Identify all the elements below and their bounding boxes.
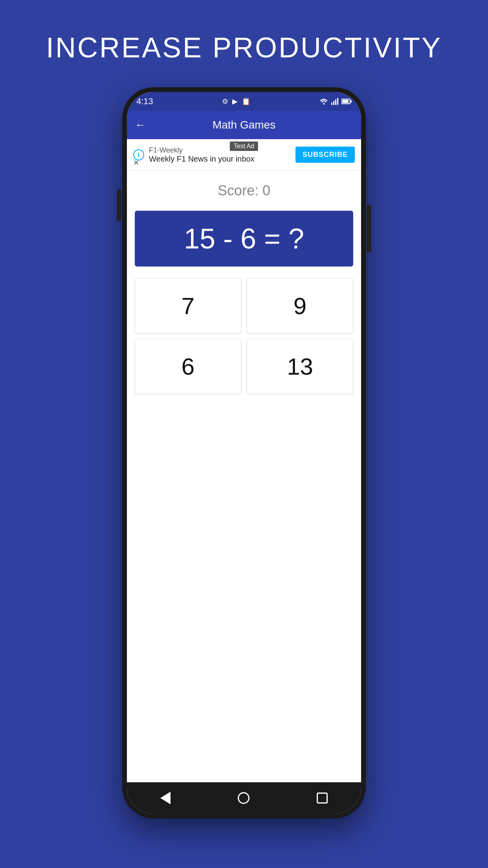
math-question: 15 - 6 = ? <box>143 223 345 255</box>
back-button[interactable]: ← <box>135 119 146 131</box>
ad-test-label: Test Ad <box>230 142 258 151</box>
play-icon: ▶ <box>232 97 238 106</box>
ad-subscribe-button[interactable]: SUBSCRIBE <box>295 147 355 163</box>
nav-recents-button[interactable] <box>317 793 328 804</box>
back-nav-icon <box>160 792 171 804</box>
score-display: Score: 0 <box>218 182 270 199</box>
battery-icon <box>341 99 352 104</box>
status-time: 4:13 <box>136 96 153 107</box>
nav-home-button[interactable] <box>238 792 250 804</box>
answer-button-3[interactable]: 6 <box>135 339 241 394</box>
clipboard-icon: 📋 <box>242 97 250 106</box>
recents-nav-icon <box>317 793 328 804</box>
nav-back-button[interactable] <box>160 792 171 804</box>
answer-button-4[interactable]: 13 <box>247 339 353 394</box>
gear-icon: ⚙ <box>222 97 228 106</box>
ad-banner: Test Ad i F1-Weekly Weekly F1 News in yo… <box>127 139 361 171</box>
svg-rect-2 <box>333 101 334 105</box>
home-nav-icon <box>238 792 250 804</box>
phone-screen: 4:13 ⚙ ▶ 📋 <box>127 92 361 814</box>
answer-button-2[interactable]: 9 <box>247 278 353 333</box>
svg-rect-1 <box>331 103 332 105</box>
svg-rect-3 <box>335 99 336 105</box>
answers-grid: 7 9 6 13 <box>135 278 353 394</box>
signal-icon <box>331 98 338 105</box>
ad-source: F1-Weekly <box>149 146 291 154</box>
ad-text: Weekly F1 News in your inbox <box>149 154 291 164</box>
status-icons: ⚙ ▶ 📋 <box>222 97 250 106</box>
svg-rect-4 <box>337 98 338 105</box>
svg-rect-7 <box>350 100 352 103</box>
svg-rect-6 <box>342 100 349 103</box>
app-bar: ← Math Games <box>127 111 361 139</box>
status-right-icons <box>319 98 352 105</box>
page-headline: INCREASE PRODUCTIVITY <box>46 31 442 64</box>
wifi-icon <box>319 98 328 105</box>
svg-point-0 <box>323 103 325 105</box>
app-title: Math Games <box>154 119 334 131</box>
math-question-box: 15 - 6 = ? <box>135 211 353 267</box>
game-content: Score: 0 15 - 6 = ? 7 9 6 13 <box>127 171 361 782</box>
bottom-nav <box>127 782 361 814</box>
ad-text-block: F1-Weekly Weekly F1 News in your inbox <box>149 146 291 164</box>
answer-button-1[interactable]: 7 <box>135 278 241 333</box>
ad-close-button[interactable]: ✕ <box>133 158 139 167</box>
status-bar: 4:13 ⚙ ▶ 📋 <box>127 92 361 111</box>
phone-device: 4:13 ⚙ ▶ 📋 <box>122 87 366 818</box>
